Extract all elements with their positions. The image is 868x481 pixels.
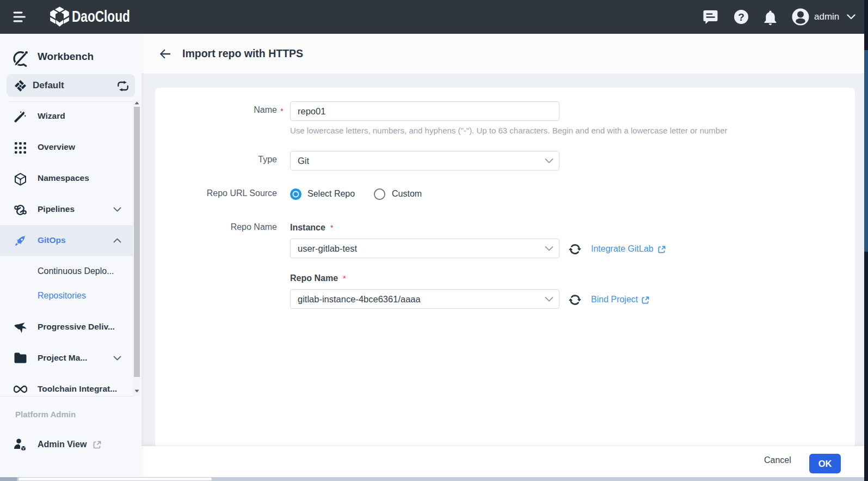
svg-text:?: ? xyxy=(738,11,744,23)
